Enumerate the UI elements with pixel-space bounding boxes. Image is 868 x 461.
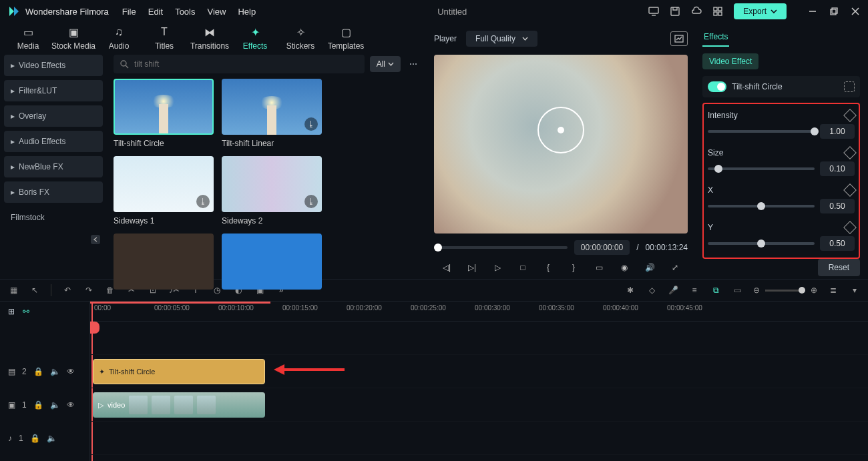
zoom-out-icon[interactable]: ⊖ [753,286,760,295]
sidebar-item-video-effects[interactable]: ▸Video Effects [4,55,103,76]
sidebar-item-filmstock[interactable]: Filmstock [4,207,103,228]
effect-toggle[interactable] [708,81,726,92]
value-size[interactable]: 0.10 [820,161,855,176]
stop-icon[interactable]: □ [517,262,529,274]
mute-icon[interactable]: 🔈 [50,400,60,410]
video-track[interactable]: ▷ video [90,388,868,422]
fx-clip[interactable]: ✦ Tilt-shift Circle [93,359,265,384]
play-pause-icon[interactable]: ▷| [466,262,478,274]
scrubber[interactable] [434,246,568,249]
lock-icon[interactable]: 🔒 [33,367,43,376]
download-icon[interactable]: ⭳ [196,195,210,208]
menu-view[interactable]: View [207,7,226,17]
quality-dropdown[interactable]: Full Quality [466,31,537,47]
tab-media[interactable]: ▭Media [5,25,51,51]
mixer-icon[interactable]: ≡ [689,285,700,296]
mark-in-icon[interactable]: { [542,262,554,274]
track-height-icon[interactable]: ≣ [828,285,839,296]
snapshot-icon[interactable] [670,31,688,46]
mute-icon[interactable]: 🔈 [47,434,57,443]
value-intensity[interactable]: 1.00 [820,124,855,139]
filter-dropdown[interactable]: All [370,56,401,72]
value-x[interactable]: 0.50 [820,199,855,213]
eye-icon[interactable]: 👁 [67,367,75,376]
link-icon[interactable]: ⚯ [23,307,29,316]
sidebar-item-audio-effects[interactable]: ▸Audio Effects [4,131,103,152]
close-icon[interactable] [851,7,860,16]
undo-icon[interactable]: ↶ [62,285,73,296]
prev-frame-icon[interactable]: ◁| [441,262,453,274]
voiceover-icon[interactable]: 🎤 [668,285,678,296]
fx-track[interactable]: ✦ Tilt-shift Circle [90,355,868,388]
camera-icon[interactable]: ◉ [618,262,630,274]
minimize-icon[interactable] [808,7,817,16]
keyframe-icon[interactable] [843,183,857,197]
slider-size[interactable] [708,167,815,170]
audio-track[interactable] [90,422,868,455]
effect-card[interactable] [114,234,214,290]
aspect-icon[interactable]: ▭ [593,262,605,274]
download-icon[interactable]: ⭳ [304,195,318,208]
menu-help[interactable]: Help [238,7,256,17]
panel-tab-effects[interactable]: Effects [702,28,729,47]
eye-icon[interactable]: 👁 [67,400,75,410]
menu-tools[interactable]: Tools [175,7,195,17]
fullscreen-icon[interactable]: ⤢ [669,262,681,274]
video-effect-chip[interactable]: Video Effect [702,53,758,69]
tab-effects[interactable]: ✦Effects [232,25,278,51]
play-icon[interactable]: ▷ [491,262,503,274]
reset-button[interactable]: Reset [818,259,860,276]
expand-icon[interactable] [844,81,855,92]
effect-card[interactable]: ⭳ Sideways 1 [114,156,214,225]
slider-x[interactable] [708,205,815,207]
preview-viewport[interactable] [434,55,688,234]
render-icon[interactable]: ▭ [732,285,742,296]
effect-card[interactable]: ⭳ Sideways 2 [222,156,322,225]
marker-icon[interactable]: ◇ [646,285,657,296]
sidebar-item-overlay[interactable]: ▸Overlay [4,105,103,127]
tab-stock-media[interactable]: ▣Stock Media [51,25,96,51]
track-head-audio[interactable]: ♪1 🔒 🔈 [0,422,89,455]
maximize-icon[interactable] [829,7,839,16]
tab-audio[interactable]: ♫Audio [96,25,142,51]
layout-icon[interactable]: ▦ [8,285,19,296]
slider-y[interactable] [708,242,815,245]
effect-card[interactable]: Tilt-shift Circle [114,79,214,148]
sidebar-item-boris[interactable]: ▸Boris FX [4,181,103,203]
lock-icon[interactable]: 🔒 [33,400,43,410]
track-head-fx[interactable]: ▤2 🔒 🔈 👁 [0,355,89,388]
grid-icon[interactable] [712,6,723,17]
lock-icon[interactable]: 🔒 [30,434,40,443]
tab-stickers[interactable]: ✧Stickers [278,25,323,51]
save-icon[interactable] [670,6,680,17]
tracking-icon[interactable]: ✱ [625,285,636,296]
collapse-sidebar-icon[interactable] [91,235,100,244]
effect-card[interactable] [222,234,322,290]
menu-edit[interactable]: Edit [148,7,163,17]
mark-out-icon[interactable]: } [568,262,580,274]
monitor-icon[interactable] [648,6,659,17]
tab-transitions[interactable]: ⧓Transitions [187,25,232,51]
auto-ripple-icon[interactable]: ⧉ [710,285,721,296]
slider-intensity[interactable] [708,130,815,133]
tab-templates[interactable]: ▢Templates [323,25,369,51]
video-clip[interactable]: ▷ video [93,392,265,418]
zoom-control[interactable]: ⊖ ⊕ [753,286,817,295]
zoom-in-icon[interactable]: ⊕ [811,286,817,295]
sidebar-item-newblue[interactable]: ▸NewBlue FX [4,156,103,177]
redo-icon[interactable]: ↷ [83,285,94,296]
volume-icon[interactable]: 🔊 [644,262,656,274]
export-button[interactable]: Export [734,3,787,19]
tab-titles[interactable]: TTitles [142,25,187,51]
keyframe-icon[interactable] [843,146,857,159]
keyframe-icon[interactable] [843,109,857,122]
more-icon[interactable]: ⋯ [406,57,421,71]
chevron-down-icon[interactable]: ▾ [849,285,860,296]
effect-card[interactable]: ⭳ Tilt-shift Linear [222,79,322,148]
time-ruler[interactable]: 00:00 00:00:05:00 00:00:10:00 00:00:15:0… [90,302,868,322]
menu-file[interactable]: File [122,7,136,17]
download-icon[interactable]: ⭳ [304,117,318,131]
mute-icon[interactable]: 🔈 [50,367,60,376]
track-head-video[interactable]: ▣1 🔒 🔈 👁 [0,388,89,422]
cursor-icon[interactable]: ↖ [29,285,40,296]
